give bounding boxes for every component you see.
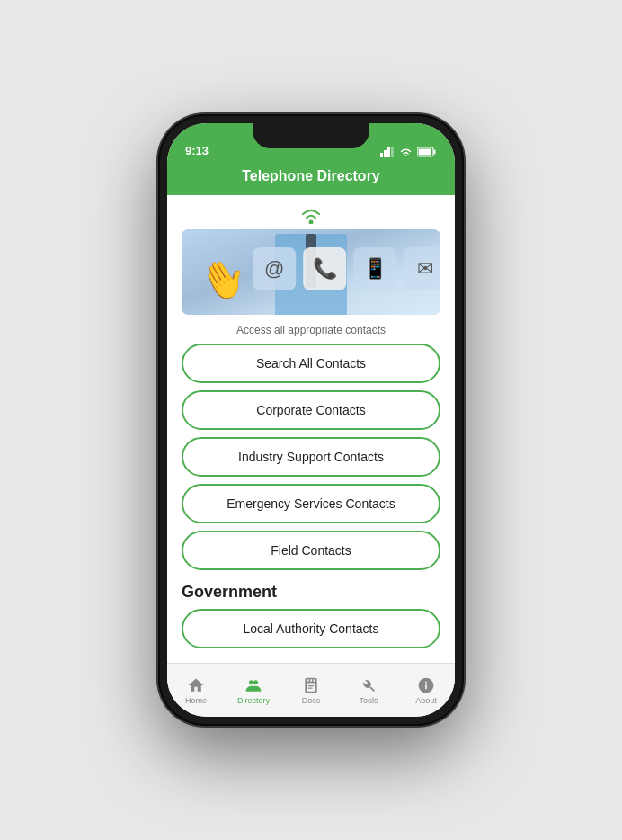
svg-rect-2 (387, 147, 390, 157)
hero-banner: 🤚 @ 📞 📱 ✉ (182, 229, 440, 315)
local-authority-button[interactable]: Local Authority Contacts (182, 609, 440, 648)
tab-tools-label: Tools (359, 696, 378, 705)
battery-icon (417, 147, 437, 157)
message-icon-box: ✉ (404, 247, 440, 290)
wifi-status-icon (399, 147, 413, 157)
tab-about[interactable]: About (397, 664, 455, 717)
svg-rect-3 (391, 147, 394, 157)
search-all-button[interactable]: Search All Contacts (182, 344, 440, 383)
mobile-icon-box: 📱 (353, 247, 396, 290)
tab-bar: Home Directory Docs (167, 663, 455, 717)
phone-icon-box: 📞 (303, 247, 346, 290)
tab-directory-label: Directory (237, 696, 270, 705)
tab-docs[interactable]: Docs (282, 664, 340, 717)
app-header: Telephone Directory (167, 163, 455, 195)
svg-rect-1 (384, 150, 387, 157)
phone-frame: 9:13 (158, 114, 464, 726)
wifi-large-icon (298, 204, 324, 224)
tab-about-label: About (415, 696, 437, 705)
svg-rect-6 (419, 149, 431, 156)
directory-icon (244, 676, 262, 694)
signal-icon (380, 147, 395, 157)
field-contacts-button[interactable]: Field Contacts (182, 531, 440, 570)
home-icon (187, 676, 205, 694)
government-heading: Government (167, 570, 455, 609)
header-title: Telephone Directory (242, 168, 380, 183)
corporate-contacts-button[interactable]: Corporate Contacts (182, 390, 440, 430)
hero-subtitle: Access all appropriate contacts (167, 315, 455, 344)
main-content[interactable]: 🤚 @ 📞 📱 ✉ Access all appropriate contact… (167, 195, 455, 663)
tab-directory[interactable]: Directory (225, 664, 282, 717)
svg-point-8 (249, 680, 253, 684)
svg-rect-5 (434, 150, 436, 155)
tab-tools[interactable]: Tools (340, 664, 397, 717)
docs-icon (302, 676, 320, 694)
wifi-indicator (167, 195, 455, 229)
tab-docs-label: Docs (302, 696, 321, 705)
email-icon-box: @ (253, 247, 296, 290)
industry-support-button[interactable]: Industry Support Contacts (182, 437, 440, 477)
phone-screen: 9:13 (167, 123, 455, 717)
contacts-menu: Search All Contacts Corporate Contacts I… (167, 344, 455, 570)
svg-point-7 (309, 220, 314, 225)
tab-home[interactable]: Home (167, 664, 225, 717)
status-time: 9:13 (185, 144, 209, 157)
phone-notch (253, 123, 369, 148)
svg-point-9 (253, 680, 258, 684)
svg-rect-10 (308, 685, 315, 686)
status-icons (380, 147, 437, 157)
svg-rect-11 (308, 687, 313, 688)
svg-rect-0 (380, 153, 383, 157)
tab-home-label: Home (185, 696, 207, 705)
emergency-services-button[interactable]: Emergency Services Contacts (182, 484, 440, 523)
government-menu: Local Authority Contacts (167, 609, 455, 663)
tools-icon (360, 676, 378, 694)
hero-icon-grid: @ 📞 📱 ✉ (253, 247, 440, 290)
info-icon (417, 676, 435, 694)
